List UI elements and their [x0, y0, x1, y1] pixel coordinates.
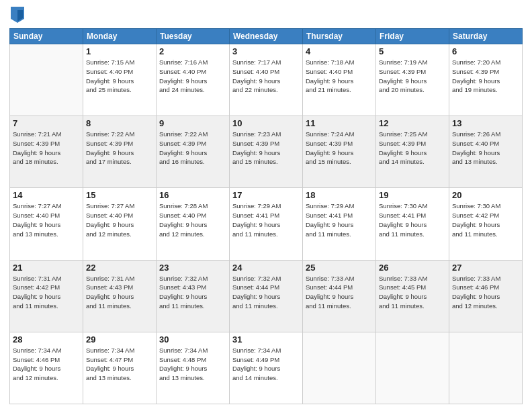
day-number: 13 [452, 118, 519, 128]
day-number: 14 [13, 190, 80, 200]
day-number: 26 [379, 263, 446, 273]
calendar-cell: 22Sunrise: 7:31 AM Sunset: 4:43 PM Dayli… [83, 260, 157, 332]
weekday-header: Saturday [449, 29, 523, 44]
day-detail: Sunrise: 7:33 AM Sunset: 4:46 PM Dayligh… [452, 274, 519, 311]
day-number: 18 [306, 190, 373, 200]
calendar-cell [10, 44, 83, 116]
day-number: 7 [13, 118, 80, 128]
weekday-header: Friday [376, 29, 449, 44]
calendar-cell: 13Sunrise: 7:26 AM Sunset: 4:40 PM Dayli… [449, 116, 523, 188]
day-detail: Sunrise: 7:31 AM Sunset: 4:42 PM Dayligh… [13, 274, 80, 311]
day-detail: Sunrise: 7:34 AM Sunset: 4:49 PM Dayligh… [232, 346, 300, 383]
day-detail: Sunrise: 7:21 AM Sunset: 4:39 PM Dayligh… [13, 130, 80, 167]
day-number: 22 [86, 263, 153, 273]
header-row: SundayMondayTuesdayWednesdayThursdayFrid… [10, 29, 523, 44]
day-number: 5 [379, 46, 446, 56]
day-detail: Sunrise: 7:20 AM Sunset: 4:39 PM Dayligh… [452, 58, 519, 95]
day-number: 23 [159, 263, 226, 273]
weekday-header: Wednesday [230, 29, 303, 44]
day-number: 27 [452, 263, 519, 273]
day-number: 24 [232, 263, 300, 273]
day-detail: Sunrise: 7:34 AM Sunset: 4:47 PM Dayligh… [86, 346, 153, 383]
calendar-cell: 20Sunrise: 7:30 AM Sunset: 4:42 PM Dayli… [449, 188, 523, 260]
day-detail: Sunrise: 7:30 AM Sunset: 4:41 PM Dayligh… [379, 201, 446, 238]
day-detail: Sunrise: 7:34 AM Sunset: 4:48 PM Dayligh… [159, 346, 226, 383]
day-number: 11 [306, 118, 373, 128]
calendar-week-row: 1Sunrise: 7:15 AM Sunset: 4:40 PM Daylig… [10, 44, 523, 116]
day-number: 16 [159, 190, 226, 200]
calendar-cell: 6Sunrise: 7:20 AM Sunset: 4:39 PM Daylig… [449, 44, 523, 116]
calendar-cell: 3Sunrise: 7:17 AM Sunset: 4:40 PM Daylig… [230, 44, 303, 116]
weekday-header: Monday [83, 29, 157, 44]
calendar-cell: 25Sunrise: 7:33 AM Sunset: 4:44 PM Dayli… [303, 260, 376, 332]
calendar-cell: 2Sunrise: 7:16 AM Sunset: 4:40 PM Daylig… [157, 44, 230, 116]
day-detail: Sunrise: 7:29 AM Sunset: 4:41 PM Dayligh… [232, 201, 300, 238]
calendar-week-row: 7Sunrise: 7:21 AM Sunset: 4:39 PM Daylig… [10, 116, 523, 188]
calendar-cell: 4Sunrise: 7:18 AM Sunset: 4:40 PM Daylig… [303, 44, 376, 116]
calendar-cell: 16Sunrise: 7:28 AM Sunset: 4:40 PM Dayli… [157, 188, 230, 260]
calendar-cell: 10Sunrise: 7:23 AM Sunset: 4:39 PM Dayli… [230, 116, 303, 188]
page: SundayMondayTuesdayWednesdayThursdayFrid… [0, 0, 532, 411]
day-detail: Sunrise: 7:27 AM Sunset: 4:40 PM Dayligh… [13, 201, 80, 238]
calendar-cell [449, 332, 523, 404]
day-detail: Sunrise: 7:17 AM Sunset: 4:40 PM Dayligh… [232, 58, 300, 95]
calendar-cell: 7Sunrise: 7:21 AM Sunset: 4:39 PM Daylig… [10, 116, 83, 188]
calendar-cell: 12Sunrise: 7:25 AM Sunset: 4:39 PM Dayli… [376, 116, 449, 188]
day-number: 15 [86, 190, 153, 200]
calendar-cell: 26Sunrise: 7:33 AM Sunset: 4:45 PM Dayli… [376, 260, 449, 332]
logo [9, 7, 27, 23]
day-detail: Sunrise: 7:22 AM Sunset: 4:39 PM Dayligh… [86, 130, 153, 167]
day-detail: Sunrise: 7:34 AM Sunset: 4:46 PM Dayligh… [13, 346, 80, 383]
day-detail: Sunrise: 7:32 AM Sunset: 4:44 PM Dayligh… [232, 274, 300, 311]
day-detail: Sunrise: 7:16 AM Sunset: 4:40 PM Dayligh… [159, 58, 226, 95]
day-number: 4 [306, 46, 373, 56]
day-detail: Sunrise: 7:33 AM Sunset: 4:44 PM Dayligh… [306, 274, 373, 311]
calendar-cell: 5Sunrise: 7:19 AM Sunset: 4:39 PM Daylig… [376, 44, 449, 116]
day-detail: Sunrise: 7:33 AM Sunset: 4:45 PM Dayligh… [379, 274, 446, 311]
day-number: 21 [13, 263, 80, 273]
weekday-header: Tuesday [157, 29, 230, 44]
day-detail: Sunrise: 7:24 AM Sunset: 4:39 PM Dayligh… [306, 130, 373, 167]
day-detail: Sunrise: 7:15 AM Sunset: 4:40 PM Dayligh… [86, 58, 153, 95]
day-number: 3 [232, 46, 300, 56]
calendar-cell: 24Sunrise: 7:32 AM Sunset: 4:44 PM Dayli… [230, 260, 303, 332]
calendar-week-row: 14Sunrise: 7:27 AM Sunset: 4:40 PM Dayli… [10, 188, 523, 260]
calendar-cell [376, 332, 449, 404]
day-detail: Sunrise: 7:29 AM Sunset: 4:41 PM Dayligh… [306, 201, 373, 238]
day-detail: Sunrise: 7:27 AM Sunset: 4:40 PM Dayligh… [86, 201, 153, 238]
day-detail: Sunrise: 7:26 AM Sunset: 4:40 PM Dayligh… [452, 130, 519, 167]
logo-icon [11, 7, 24, 23]
day-detail: Sunrise: 7:18 AM Sunset: 4:40 PM Dayligh… [306, 58, 373, 95]
day-number: 12 [379, 118, 446, 128]
calendar-cell: 27Sunrise: 7:33 AM Sunset: 4:46 PM Dayli… [449, 260, 523, 332]
calendar-cell: 17Sunrise: 7:29 AM Sunset: 4:41 PM Dayli… [230, 188, 303, 260]
calendar-cell: 21Sunrise: 7:31 AM Sunset: 4:42 PM Dayli… [10, 260, 83, 332]
calendar-cell: 18Sunrise: 7:29 AM Sunset: 4:41 PM Dayli… [303, 188, 376, 260]
calendar-cell: 23Sunrise: 7:32 AM Sunset: 4:43 PM Dayli… [157, 260, 230, 332]
calendar-week-row: 28Sunrise: 7:34 AM Sunset: 4:46 PM Dayli… [10, 332, 523, 404]
day-number: 2 [159, 46, 226, 56]
calendar-cell: 14Sunrise: 7:27 AM Sunset: 4:40 PM Dayli… [10, 188, 83, 260]
calendar-cell: 1Sunrise: 7:15 AM Sunset: 4:40 PM Daylig… [83, 44, 157, 116]
day-number: 8 [86, 118, 153, 128]
calendar-week-row: 21Sunrise: 7:31 AM Sunset: 4:42 PM Dayli… [10, 260, 523, 332]
day-detail: Sunrise: 7:32 AM Sunset: 4:43 PM Dayligh… [159, 274, 226, 311]
day-number: 25 [306, 263, 373, 273]
calendar-cell: 9Sunrise: 7:22 AM Sunset: 4:39 PM Daylig… [157, 116, 230, 188]
calendar-table: SundayMondayTuesdayWednesdayThursdayFrid… [9, 28, 523, 404]
day-number: 1 [86, 46, 153, 56]
day-number: 30 [159, 334, 226, 345]
weekday-header: Thursday [303, 29, 376, 44]
header [9, 7, 523, 23]
day-number: 29 [86, 334, 153, 345]
calendar-cell: 28Sunrise: 7:34 AM Sunset: 4:46 PM Dayli… [10, 332, 83, 404]
day-number: 10 [232, 118, 300, 128]
day-detail: Sunrise: 7:22 AM Sunset: 4:39 PM Dayligh… [159, 130, 226, 167]
calendar-cell: 30Sunrise: 7:34 AM Sunset: 4:48 PM Dayli… [157, 332, 230, 404]
calendar-cell: 31Sunrise: 7:34 AM Sunset: 4:49 PM Dayli… [230, 332, 303, 404]
day-number: 31 [232, 334, 300, 345]
calendar-cell: 8Sunrise: 7:22 AM Sunset: 4:39 PM Daylig… [83, 116, 157, 188]
day-detail: Sunrise: 7:31 AM Sunset: 4:43 PM Dayligh… [86, 274, 153, 311]
day-detail: Sunrise: 7:30 AM Sunset: 4:42 PM Dayligh… [452, 201, 519, 238]
day-detail: Sunrise: 7:25 AM Sunset: 4:39 PM Dayligh… [379, 130, 446, 167]
